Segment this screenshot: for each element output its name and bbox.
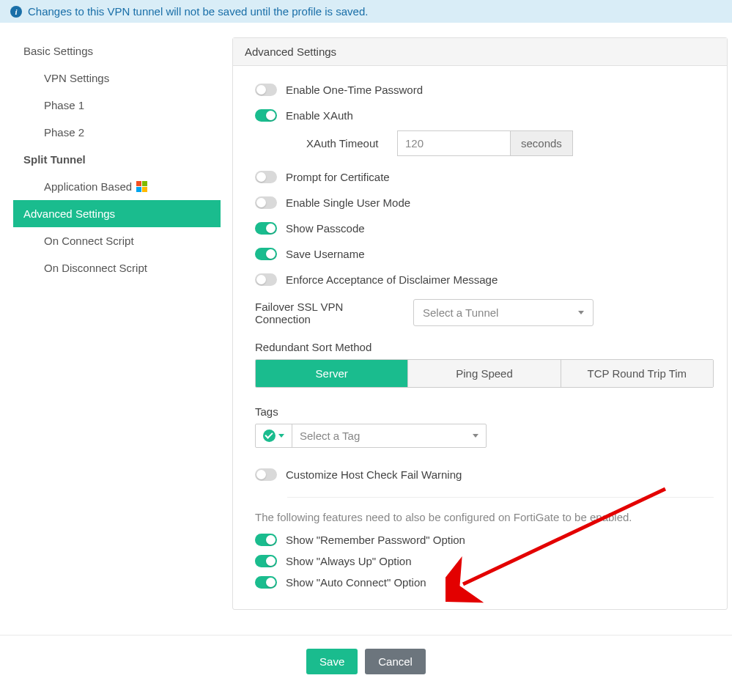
chevron-down-icon <box>473 434 478 438</box>
sidebar-item-phase2[interactable]: Phase 2 <box>13 119 221 146</box>
sidebar-group-basic[interactable]: Basic Settings <box>13 37 221 65</box>
fortigate-hint: The following features need to also be c… <box>255 511 714 523</box>
sidebar-item-phase1[interactable]: Phase 1 <box>13 92 221 119</box>
label-xauth: Enable XAuth <box>286 109 353 122</box>
chevron-down-icon <box>578 311 584 314</box>
label-save-username: Save Username <box>286 248 365 260</box>
input-xauth-timeout[interactable] <box>397 130 511 156</box>
label-prompt-cert: Prompt for Certificate <box>286 171 390 183</box>
opt-ping[interactable]: Ping Speed <box>408 360 561 387</box>
main-layout: Basic Settings VPN Settings Phase 1 Phas… <box>0 23 732 617</box>
sidebar-item-on-connect[interactable]: On Connect Script <box>13 227 221 254</box>
label-alwaysup: Show "Always Up" Option <box>286 555 412 567</box>
opt-server[interactable]: Server <box>256 360 408 387</box>
info-banner: i Changes to this VPN tunnel will not be… <box>0 0 732 23</box>
select-failover-tunnel[interactable]: Select a Tunnel <box>413 299 594 326</box>
sidebar-group-split[interactable]: Split Tunnel <box>13 146 221 173</box>
row-disclaimer: Enforce Acceptance of Disclaimer Message <box>255 273 714 286</box>
windows-icon <box>136 181 147 192</box>
tags-control: Select a Tag <box>255 424 487 448</box>
label-redundant: Redundant Sort Method <box>255 341 714 353</box>
check-circle-icon <box>263 430 276 442</box>
sidebar-item-app-based[interactable]: Application Based <box>13 173 221 200</box>
settings-panel: Advanced Settings Enable One-Time Passwo… <box>232 37 728 610</box>
divider <box>287 497 714 498</box>
row-autoconnect: Show "Auto Connect" Option <box>255 576 714 589</box>
label-show-passcode: Show Passcode <box>286 222 365 235</box>
segmented-redundant: Server Ping Speed TCP Round Trip Tim <box>255 359 714 388</box>
row-save-username: Save Username <box>255 248 714 260</box>
sidebar-item-advanced[interactable]: Advanced Settings <box>13 200 221 227</box>
toggle-save-username[interactable] <box>255 248 277 260</box>
panel-title: Advanced Settings <box>233 38 727 66</box>
toggle-remember[interactable] <box>255 534 277 546</box>
toggle-autoconnect[interactable] <box>255 576 277 589</box>
label-disclaimer: Enforce Acceptance of Disclaimer Message <box>286 273 498 286</box>
toggle-hostcheck[interactable] <box>255 468 277 481</box>
banner-text: Changes to this VPN tunnel will not be s… <box>28 5 368 18</box>
sidebar-item-label: Application Based <box>44 180 132 193</box>
toggle-single-user[interactable] <box>255 196 277 209</box>
opt-tcp[interactable]: TCP Round Trip Tim <box>561 360 713 387</box>
sidebar-item-vpn-settings[interactable]: VPN Settings <box>13 65 221 92</box>
cancel-button[interactable]: Cancel <box>365 649 426 674</box>
toggle-otp[interactable] <box>255 84 277 96</box>
label-xauth-timeout: XAuth Timeout <box>306 137 387 150</box>
select-placeholder: Select a Tag <box>300 430 360 442</box>
sidebar: Basic Settings VPN Settings Phase 1 Phas… <box>13 37 221 610</box>
info-icon: i <box>10 6 22 18</box>
unit-seconds: seconds <box>511 130 573 156</box>
toggle-show-passcode[interactable] <box>255 222 277 235</box>
label-otp: Enable One-Time Password <box>286 84 423 96</box>
label-failover: Failover SSL VPN Connection <box>255 301 402 325</box>
select-placeholder: Select a Tunnel <box>423 306 498 319</box>
row-alwaysup: Show "Always Up" Option <box>255 555 714 567</box>
label-autoconnect: Show "Auto Connect" Option <box>286 576 426 589</box>
toggle-xauth[interactable] <box>255 109 277 122</box>
save-button[interactable]: Save <box>306 649 358 674</box>
toggle-disclaimer[interactable] <box>255 273 277 286</box>
label-remember: Show "Remember Password" Option <box>286 534 465 546</box>
row-prompt-cert: Prompt for Certificate <box>255 171 714 183</box>
tag-filter-button[interactable] <box>256 424 292 447</box>
row-failover: Failover SSL VPN Connection Select a Tun… <box>255 299 714 326</box>
row-otp: Enable One-Time Password <box>255 84 714 96</box>
toggle-alwaysup[interactable] <box>255 555 277 567</box>
row-show-passcode: Show Passcode <box>255 222 714 235</box>
label-single-user: Enable Single User Mode <box>286 196 410 209</box>
row-single-user: Enable Single User Mode <box>255 196 714 209</box>
footer: Save Cancel <box>0 635 732 692</box>
label-hostcheck: Customize Host Check Fail Warning <box>286 468 462 481</box>
row-remember: Show "Remember Password" Option <box>255 534 714 546</box>
row-hostcheck: Customize Host Check Fail Warning <box>255 468 714 481</box>
select-tag[interactable]: Select a Tag <box>292 424 486 447</box>
toggle-prompt-cert[interactable] <box>255 171 277 183</box>
label-tags: Tags <box>255 405 714 418</box>
chevron-down-icon <box>278 434 284 438</box>
sidebar-item-on-disconnect[interactable]: On Disconnect Script <box>13 254 221 281</box>
row-xauth: Enable XAuth <box>255 109 714 122</box>
row-xauth-timeout: XAuth Timeout seconds <box>306 130 714 156</box>
